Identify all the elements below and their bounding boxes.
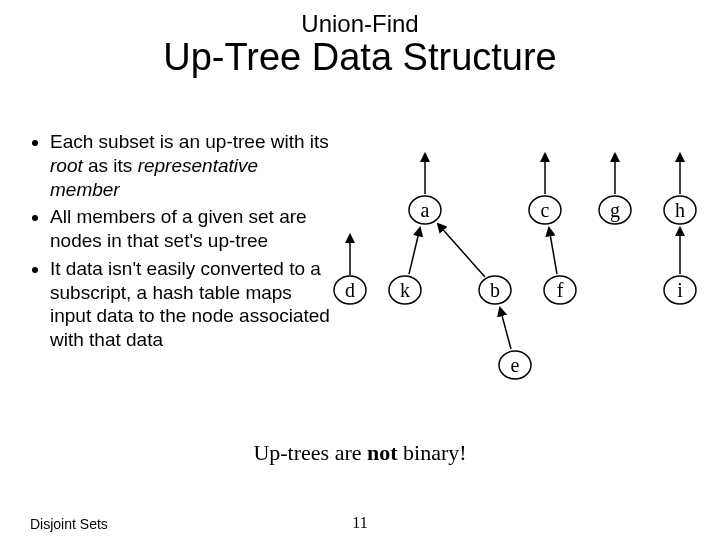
node-h: h bbox=[664, 196, 696, 224]
bullet-list: Each subset is an up-tree with its root … bbox=[30, 130, 330, 356]
bullet-em: root bbox=[50, 155, 83, 176]
edge-k-a bbox=[409, 228, 420, 274]
caption-bold: not bbox=[367, 440, 398, 465]
bullet-text: as its bbox=[83, 155, 138, 176]
node-label: f bbox=[557, 279, 564, 301]
node-g: g bbox=[599, 196, 631, 224]
node-i: i bbox=[664, 276, 696, 304]
bullet-text: It data isn't easily converted to a subs… bbox=[50, 258, 330, 350]
node-label: b bbox=[490, 279, 500, 301]
bullet-item: It data isn't easily converted to a subs… bbox=[50, 257, 330, 352]
node-k: k bbox=[389, 276, 421, 304]
diagram-caption: Up-trees are not binary! bbox=[0, 440, 720, 466]
node-label: k bbox=[400, 279, 410, 301]
node-e: e bbox=[499, 351, 531, 379]
up-tree-diagram: d a c g h k b bbox=[330, 140, 710, 400]
node-label: i bbox=[677, 279, 683, 301]
edge-f-c bbox=[549, 228, 557, 274]
title-small: Union-Find bbox=[0, 10, 720, 38]
node-a: a bbox=[409, 196, 441, 224]
edge-b-a bbox=[438, 224, 485, 277]
caption-text: binary! bbox=[398, 440, 467, 465]
node-d: d bbox=[334, 276, 366, 304]
node-label: g bbox=[610, 199, 620, 222]
node-b: b bbox=[479, 276, 511, 304]
edge-e-b bbox=[500, 308, 511, 349]
node-c: c bbox=[529, 196, 561, 224]
node-label: e bbox=[511, 354, 520, 376]
bullet-text: All members of a given set are nodes in … bbox=[50, 206, 307, 251]
node-f: f bbox=[544, 276, 576, 304]
slide: Union-Find Up-Tree Data Structure Each s… bbox=[0, 10, 720, 540]
caption-text: Up-trees are bbox=[253, 440, 367, 465]
bullet-item: Each subset is an up-tree with its root … bbox=[50, 130, 330, 201]
page-number: 11 bbox=[0, 514, 720, 532]
node-label: h bbox=[675, 199, 685, 221]
node-label: c bbox=[541, 199, 550, 221]
bullet-item: All members of a given set are nodes in … bbox=[50, 205, 330, 253]
node-label: a bbox=[421, 199, 430, 221]
bullet-text: Each subset is an up-tree with its bbox=[50, 131, 329, 152]
title-large: Up-Tree Data Structure bbox=[0, 36, 720, 79]
node-label: d bbox=[345, 279, 355, 301]
